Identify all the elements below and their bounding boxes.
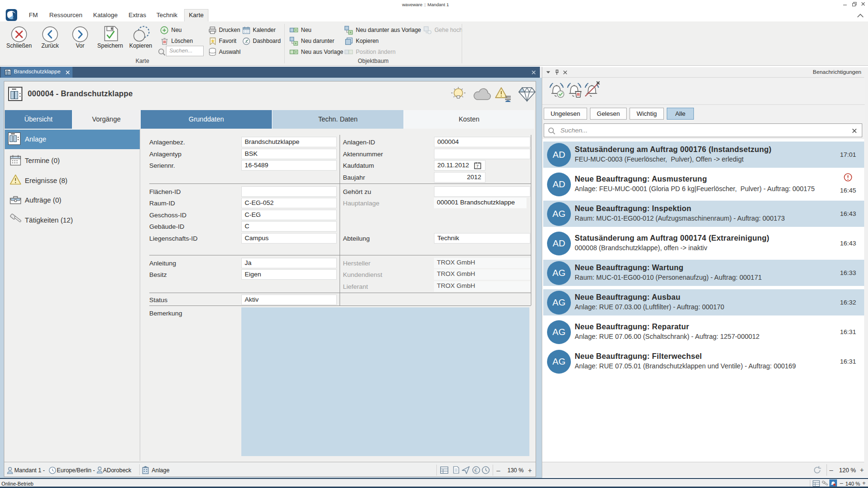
svg-text:€: € <box>475 468 477 473</box>
svg-text:7: 7 <box>476 164 479 169</box>
